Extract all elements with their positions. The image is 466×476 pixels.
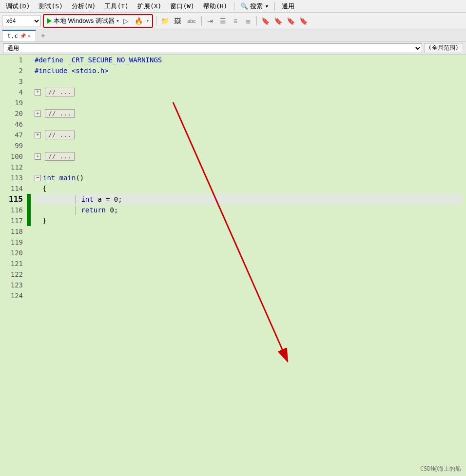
ln-47: 47 — [0, 130, 27, 140]
abc-btn[interactable]: abc — [185, 16, 198, 26]
bookmark3-btn[interactable]: 🔖 — [285, 16, 296, 26]
bm-3 — [27, 76, 31, 87]
bookmark2-btn[interactable]: 🔖 — [272, 16, 283, 26]
collapsed-block-47[interactable]: // ... — [45, 131, 75, 139]
code-content[interactable]: #define _CRT_SECURE_NO_WARNINGS #include… — [31, 55, 466, 476]
debug-dropdown-arrow[interactable]: ▾ — [116, 18, 119, 23]
align-btn[interactable]: ≡ — [230, 16, 241, 26]
collapsed-text-20: // ... — [48, 108, 71, 119]
collapsed-block-20[interactable]: // ... — [45, 109, 75, 118]
code-line-115: int a = 0; — [35, 194, 462, 205]
collapsed-block-100[interactable]: // ... — [45, 152, 75, 161]
expand-icon-100[interactable]: + — [35, 153, 41, 160]
bm-120 — [27, 248, 31, 258]
code-line-19 — [35, 97, 462, 108]
ln-114: 114 — [0, 183, 27, 194]
expand-icon-47[interactable]: + — [35, 132, 41, 138]
close-brace: } — [42, 215, 46, 226]
toolbar-sep2 — [201, 16, 202, 26]
folder-icon-btn[interactable]: 📁 — [159, 16, 170, 26]
collapsed-block-4[interactable]: // ... — [45, 88, 75, 96]
screenshot-btn[interactable]: 🖼 — [172, 16, 183, 26]
code-line-120 — [35, 248, 462, 258]
ln-116: 116 — [0, 205, 27, 215]
bm-99 — [27, 140, 31, 151]
bm-19 — [27, 97, 31, 108]
editor-area: 1 2 3 4 19 20 46 47 99 100 112 113 114 1… — [0, 55, 466, 476]
ln-100: 100 — [0, 151, 27, 162]
define-value: _CRT_SECURE_NO_WARNINGS — [67, 55, 162, 65]
code-line-1: #define _CRT_SECURE_NO_WARNINGS — [35, 55, 462, 65]
scope-select[interactable]: 通用 — [3, 43, 422, 53]
code-line-123 — [35, 280, 462, 290]
expand-icon-20[interactable]: + — [35, 111, 41, 117]
indent-btn[interactable]: ⇥ — [205, 16, 215, 26]
expand-icon-4[interactable]: + — [35, 89, 41, 95]
debug-play-button[interactable]: 本地 Windows 调试器 ▾ — [47, 17, 119, 25]
code-line-119 — [35, 237, 462, 248]
ln-117: 117 — [0, 215, 27, 226]
menu-extend[interactable]: 扩展(X) — [134, 1, 165, 12]
code-line-116: return 0; — [35, 205, 462, 215]
menu-tools[interactable]: 工具(T) — [100, 1, 132, 12]
bm-123 — [27, 280, 31, 290]
bm-4 — [27, 87, 31, 97]
pause-button[interactable]: 🔥 — [134, 16, 144, 26]
bm-114 — [27, 183, 31, 194]
ln-46: 46 — [0, 119, 27, 130]
menu-window[interactable]: 窗口(W) — [166, 1, 198, 12]
search-area[interactable]: 🔍 搜索 ▾ — [237, 2, 272, 11]
scope-bar: 通用 (全局范围) — [0, 42, 466, 55]
ln-122: 122 — [0, 269, 27, 280]
tab-pin-icon[interactable]: 📌 — [20, 33, 26, 38]
ln-2: 2 — [0, 65, 27, 76]
ln-19: 19 — [0, 97, 27, 108]
code-line-112 — [35, 162, 462, 172]
tab-close-btn[interactable]: ✕ — [28, 33, 31, 39]
ln-99: 99 — [0, 140, 27, 151]
run-without-debug-button[interactable]: ▷ — [121, 16, 132, 26]
main-funcname: main — [59, 172, 76, 183]
bookmark-btn[interactable]: 🔖 — [260, 16, 271, 26]
debug-btn-label: 本地 Windows 调试器 — [54, 17, 115, 25]
bm-112 — [27, 162, 31, 172]
ln-119: 119 — [0, 237, 27, 248]
code-line-122 — [35, 269, 462, 280]
ln-121: 121 — [0, 258, 27, 269]
ln-123: 123 — [0, 280, 27, 290]
format-btn[interactable]: ☰ — [217, 16, 228, 26]
code-line-114: { — [35, 183, 462, 194]
bm-100 — [27, 151, 31, 162]
tab-tc-label: t.c — [7, 33, 18, 39]
tab-add-btn[interactable]: + — [38, 31, 48, 40]
arch-select[interactable]: x64 x86 ARM — [2, 16, 41, 26]
bm-115 — [27, 194, 31, 205]
bm-2 — [27, 65, 31, 76]
define-keyword: #define — [35, 55, 67, 65]
var-a: a = 0; — [97, 194, 122, 205]
menu-help[interactable]: 帮助(H) — [199, 1, 231, 12]
align2-btn[interactable]: ≣ — [243, 16, 253, 26]
code-line-113: − int main () — [35, 172, 462, 183]
menu-debug[interactable]: 调试(D) — [2, 1, 34, 12]
menu-divider — [234, 2, 234, 11]
pause-dropdown-arrow[interactable]: ▾ — [146, 18, 149, 23]
ln-118: 118 — [0, 226, 27, 237]
ln-4: 4 — [0, 87, 27, 97]
collapsed-text-47: // ... — [48, 130, 71, 140]
menu-general[interactable]: 通用 — [278, 1, 298, 12]
code-line-2: #include <stdio.h> — [35, 65, 462, 76]
ln-124: 124 — [0, 290, 27, 301]
code-line-117: } — [35, 215, 462, 226]
bookmark4-btn[interactable]: 🔖 — [298, 16, 309, 26]
menu-test[interactable]: 测试(S) — [35, 1, 66, 12]
collapse-icon-113[interactable]: − — [35, 175, 41, 181]
bm-118 — [27, 226, 31, 237]
indent-guide2 — [75, 206, 76, 215]
search-dropdown-icon: ▾ — [265, 2, 269, 10]
watermark: CSDN@海上的船 — [420, 465, 461, 473]
tab-tc[interactable]: t.c 📌 ✕ — [2, 30, 36, 41]
code-line-100: + // ... — [35, 151, 462, 162]
menu-analyze[interactable]: 分析(N) — [68, 1, 99, 12]
bm-121 — [27, 258, 31, 269]
